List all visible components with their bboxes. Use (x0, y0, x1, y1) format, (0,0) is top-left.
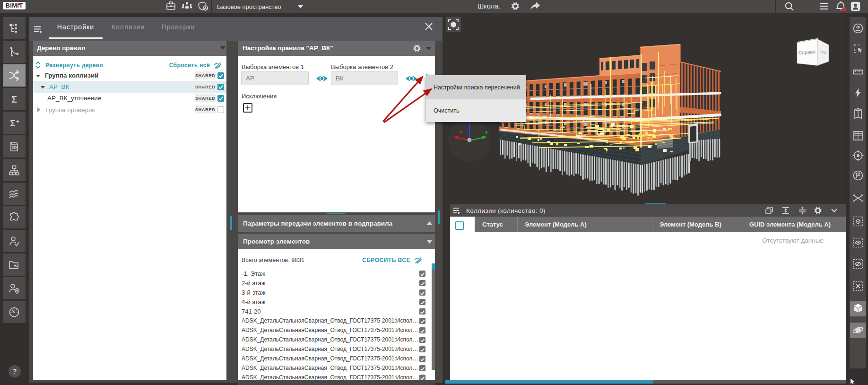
svg-text:Y: Y (485, 130, 488, 135)
svg-text:+: + (16, 118, 20, 125)
svg-text:Σ: Σ (10, 118, 15, 128)
svg-text:Σ: Σ (11, 94, 17, 105)
svg-text:2D: 2D (11, 145, 17, 149)
